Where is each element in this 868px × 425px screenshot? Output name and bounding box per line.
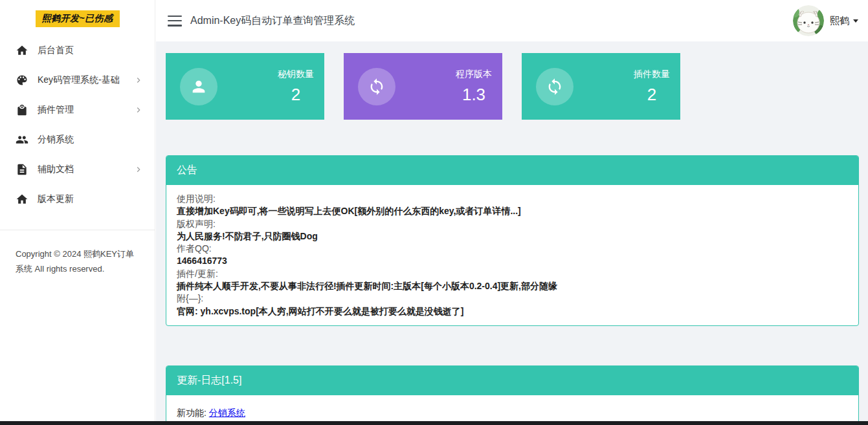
sidebar-item-version-update[interactable]: 版本更新 [0, 184, 155, 214]
user-avatar[interactable] [793, 5, 824, 36]
distribution-system-link[interactable]: 分销系统 [209, 408, 245, 418]
bottom-edge-bar [0, 421, 868, 425]
changelog-panel: 更新-日志[1.5] 新功能: 分销系统 [166, 365, 859, 425]
announcement-line: 版权声明: [177, 218, 848, 230]
sidebar-item-label: 插件管理 [38, 104, 134, 116]
sync-icon [358, 68, 395, 105]
sidebar-item-label: 辅助文档 [38, 164, 134, 175]
sidebar-item-label: 分销系统 [38, 134, 143, 146]
announcement-line: 插件/更新: [177, 268, 848, 280]
person-icon [180, 68, 217, 105]
announcement-line: 官网: yh.xcvps.top[本人穷,网站打不开要么就是被打要么就是没钱逝了… [177, 305, 848, 318]
stat-value: 1.3 [456, 85, 492, 105]
top-header: Admin-Key码自动订单查询管理系统 [156, 0, 868, 41]
home-icon [16, 44, 28, 57]
brand-badge: 熙鹤开发~已伤感 [36, 10, 120, 27]
sidebar: 熙鹤开发~已伤感 后台首页 Key码管理系统-基础 插件管理 分销系统 辅助文档… [0, 0, 155, 425]
stat-label: 程序版本 [456, 69, 492, 80]
menu-toggle-icon[interactable] [168, 16, 182, 27]
user-menu[interactable]: 熙鹤 [793, 5, 858, 36]
sidebar-menu: 后台首页 Key码管理系统-基础 插件管理 分销系统 辅助文档 版本更新 [0, 36, 155, 214]
stat-value: 2 [278, 85, 314, 105]
sidebar-item-label: 版本更新 [38, 193, 143, 205]
home-icon [16, 193, 28, 206]
sidebar-item-dashboard[interactable]: 后台首页 [0, 36, 155, 65]
sidebar-item-label: 后台首页 [38, 45, 143, 56]
stat-label: 插件数量 [634, 69, 670, 80]
announcement-panel: 公告 使用说明: 直接增加Key码即可,将一些说明写上去便OK[额外别的什么东西… [166, 155, 859, 326]
stat-meta: 程序版本 1.3 [456, 69, 502, 105]
announcement-line: 使用说明: [177, 193, 848, 205]
chevron-right-icon [134, 165, 143, 174]
group-icon [16, 133, 28, 146]
chevron-right-icon [134, 76, 143, 85]
announcement-line: 1466416773 [177, 255, 848, 267]
stat-value: 2 [634, 85, 670, 105]
stat-card-program-version: 程序版本 1.3 [344, 53, 502, 120]
announcement-line: 插件纯本人顺手开发,不要从事非法行径!插件更新时间:主版本[每个小版本0.2-0… [177, 280, 848, 292]
stat-card-key-count: 秘钥数量 2 [166, 53, 324, 120]
sync-icon [536, 68, 573, 105]
stat-meta: 插件数量 2 [634, 69, 680, 105]
main-content: 秘钥数量 2 程序版本 1.3 插件数量 2 公告 使用说明: [156, 41, 868, 425]
changelog-feature-label: 新功能: [177, 408, 209, 418]
stat-cards-row: 秘钥数量 2 程序版本 1.3 插件数量 2 [166, 53, 859, 120]
palette-icon [16, 74, 28, 87]
stat-card-plugin-count: 插件数量 2 [522, 53, 680, 120]
sidebar-item-docs[interactable]: 辅助文档 [0, 155, 155, 184]
sidebar-item-label: Key码管理系统-基础 [38, 74, 134, 86]
announcement-line: 作者QQ: [177, 243, 848, 255]
document-icon [16, 163, 28, 176]
announcement-line: 为人民服务!不防君子,只防圈钱Dog [177, 230, 848, 243]
chevron-right-icon [134, 105, 143, 114]
announcement-line: 直接增加Key码即可,将一些说明写上去便OK[额外别的什么东西的key,或者订单… [177, 205, 848, 217]
stat-label: 秘钥数量 [278, 69, 314, 80]
bag-icon [16, 104, 28, 116]
page-title: Admin-Key码自动订单查询管理系统 [190, 14, 355, 28]
copyright-text: Copyright © 2024 熙鹤KEY订单系统 All rights re… [0, 230, 155, 276]
changelog-panel-title: 更新-日志[1.5] [166, 366, 858, 395]
sidebar-item-distribution[interactable]: 分销系统 [0, 125, 155, 155]
announcement-line: 附{—}: [177, 292, 848, 305]
username: 熙鹤 [830, 15, 849, 27]
sidebar-item-plugin-management[interactable]: 插件管理 [0, 95, 155, 125]
announcement-panel-body: 使用说明: 直接增加Key码即可,将一些说明写上去便OK[额外别的什么东西的ke… [166, 185, 858, 325]
caret-down-icon [853, 19, 858, 23]
announcement-panel-title: 公告 [166, 156, 858, 185]
sidebar-item-key-management[interactable]: Key码管理系统-基础 [0, 65, 155, 95]
stat-meta: 秘钥数量 2 [278, 69, 324, 105]
